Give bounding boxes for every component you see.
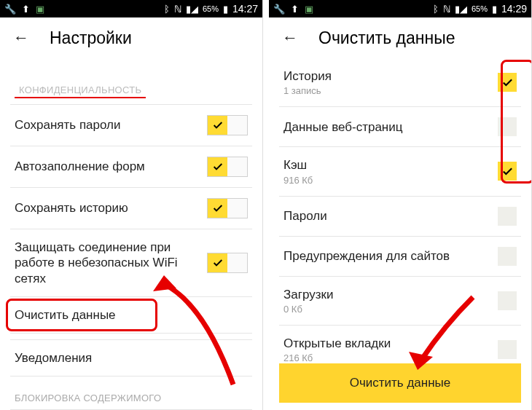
status-bar: 🔧 ⬆ ▣ ᛒ ℕ ▮◢ 65% ▮ 14:29	[269, 0, 531, 17]
section-block-header: БЛОКИРОВКА СОДЕРЖИМОГО	[10, 379, 252, 409]
nfc-icon: ℕ	[443, 4, 450, 15]
download-icon: ⬆	[291, 4, 299, 15]
check-cache[interactable]: Кэш 916 Кб	[279, 146, 521, 195]
section-privacy-header: КОНФИДЕНЦИАЛЬНОСТЬ	[15, 71, 146, 98]
check-warnings[interactable]: Предупреждения для сайтов	[279, 236, 521, 276]
battery-icon: ▮	[223, 4, 228, 15]
back-arrow-icon[interactable]: ←	[282, 28, 298, 47]
signal-icon: ▮◢	[455, 4, 467, 15]
checkbox-warnings[interactable]	[498, 247, 517, 266]
check-webdata[interactable]: Данные веб-страниц	[279, 106, 521, 146]
wrench-icon: 🔧	[273, 4, 285, 15]
setting-clear-data[interactable]: Очистить данные	[10, 296, 252, 334]
status-right: ᛒ ℕ ▮◢ 65% ▮ 14:29	[433, 3, 527, 15]
setting-autofill[interactable]: Автозаполнение форм	[10, 146, 252, 187]
app-header: ← Очистить данные	[269, 17, 531, 58]
checkbox-downloads[interactable]	[498, 291, 517, 310]
shield-icon: ▣	[36, 4, 44, 15]
shield-icon: ▣	[305, 4, 313, 15]
check-history[interactable]: История 1 запись	[279, 58, 521, 106]
status-right: ᛒ ℕ ▮◢ 65% ▮ 14:27	[164, 3, 258, 15]
time-text: 14:27	[232, 3, 258, 15]
status-left: 🔧 ⬆ ▣	[273, 4, 313, 15]
checkbox-webdata[interactable]	[498, 117, 517, 136]
bluetooth-icon: ᛒ	[164, 4, 170, 15]
back-arrow-icon[interactable]: ←	[13, 28, 29, 47]
signal-icon: ▮◢	[186, 4, 198, 15]
check-passwords[interactable]: Пароли	[279, 196, 521, 236]
check-downloads[interactable]: Загрузки 0 Кб	[279, 276, 521, 325]
nfc-icon: ℕ	[174, 4, 181, 15]
bluetooth-icon: ᛒ	[433, 4, 439, 15]
setting-save-history[interactable]: Сохранять историю	[10, 187, 252, 229]
settings-content: КОНФИДЕНЦИАЛЬНОСТЬ Сохранять пароли Авто…	[0, 58, 262, 410]
checkbox-history[interactable]	[498, 73, 517, 92]
phone-right: 🔧 ⬆ ▣ ᛒ ℕ ▮◢ 65% ▮ 14:29 ← Очистить данн…	[269, 0, 532, 410]
battery-text: 65%	[472, 4, 488, 13]
wrench-icon: 🔧	[4, 4, 16, 15]
checkbox-cache[interactable]	[498, 162, 517, 181]
battery-text: 65%	[203, 4, 219, 13]
setting-wifi-protect[interactable]: Защищать соединение при работе в небезоп…	[10, 229, 252, 296]
clear-data-content: История 1 запись Данные веб-страниц Кэш …	[269, 58, 531, 363]
toggle-wifi-protect[interactable]	[207, 253, 248, 273]
checkbox-passwords[interactable]	[498, 207, 517, 226]
page-title: Очистить данные	[318, 28, 455, 48]
clear-data-button[interactable]: Очистить данные	[279, 363, 521, 403]
phone-left: 🔧 ⬆ ▣ ᛒ ℕ ▮◢ 65% ▮ 14:27 ← Настройки КОН…	[0, 0, 263, 410]
toggle-save-passwords[interactable]	[207, 115, 248, 135]
status-left: 🔧 ⬆ ▣	[4, 4, 44, 15]
download-icon: ⬆	[22, 4, 30, 15]
toggle-save-history[interactable]	[207, 198, 248, 218]
checkbox-tabs[interactable]	[498, 340, 517, 359]
app-header: ← Настройки	[0, 17, 262, 58]
page-title: Настройки	[50, 28, 132, 48]
toggle-autofill[interactable]	[207, 157, 248, 177]
time-text: 14:29	[501, 3, 527, 15]
status-bar: 🔧 ⬆ ▣ ᛒ ℕ ▮◢ 65% ▮ 14:27	[0, 0, 262, 17]
setting-save-passwords[interactable]: Сохранять пароли	[10, 104, 252, 146]
check-tabs[interactable]: Открытые вкладки 216 Кб	[279, 325, 521, 363]
setting-notifications[interactable]: Уведомления	[10, 339, 252, 377]
battery-icon: ▮	[492, 4, 497, 15]
